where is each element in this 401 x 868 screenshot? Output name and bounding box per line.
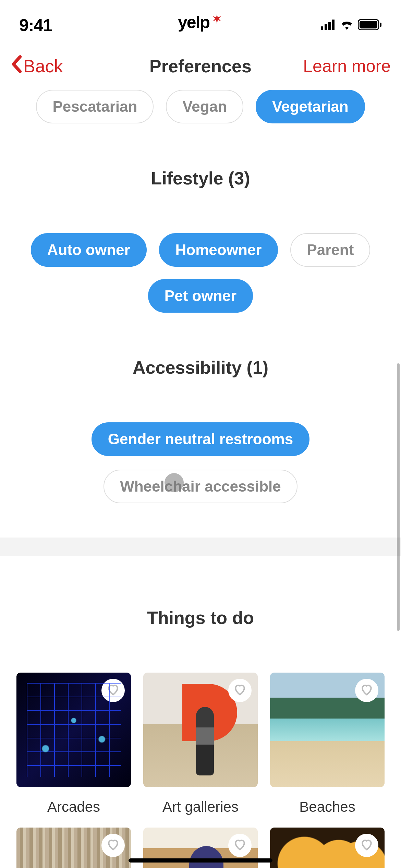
wifi-icon [340,20,354,31]
favorite-button[interactable] [228,679,252,702]
favorite-button[interactable] [228,834,252,857]
things-heading: Things to do [0,607,401,628]
things-grid: Arcades Art galleries Beaches [0,673,401,868]
accessibility-chip-row: Gender neutral restrooms Wheelchair acce… [0,422,401,503]
svg-rect-6 [380,23,381,27]
chip-gender-neutral-restrooms[interactable]: Gender neutral restrooms [92,422,309,456]
svg-rect-3 [332,20,335,30]
card-image [16,828,131,868]
accessibility-heading: Accessibility (1) [0,357,401,378]
status-icons [321,19,382,32]
section-divider [0,538,401,556]
heart-icon [360,683,373,698]
card-row2-1[interactable] [16,828,131,868]
status-bar: 9:41 yelp [0,0,401,41]
svg-rect-1 [325,24,327,30]
lifestyle-heading: Lifestyle (3) [0,168,401,189]
heart-icon [233,838,246,853]
home-indicator[interactable] [129,858,272,863]
app-logo: yelp [178,12,223,32]
card-label: Arcades [47,799,100,815]
card-beaches[interactable]: Beaches [270,673,385,815]
nav-bar: Back Preferences Learn more [0,41,401,88]
dietary-chip-row: Pescatarian Vegan Vegetarian [0,90,401,123]
battery-icon [358,19,382,32]
card-row2-3[interactable] [270,828,385,868]
scrollbar[interactable] [397,363,400,631]
svg-rect-0 [321,26,323,30]
favorite-button[interactable] [101,679,125,702]
chip-auto-owner[interactable]: Auto owner [31,233,147,267]
chip-wheelchair-accessible[interactable]: Wheelchair accessible [104,470,297,503]
lifestyle-chip-row: Auto owner Homeowner Parent Pet owner [0,233,401,313]
svg-rect-5 [360,21,377,28]
chip-pescatarian[interactable]: Pescatarian [36,90,154,123]
logo-text: yelp [178,12,209,32]
chip-vegetarian[interactable]: Vegetarian [256,90,365,123]
heart-icon [107,838,120,853]
back-label: Back [23,56,63,76]
svg-rect-2 [328,22,331,30]
learn-more-button[interactable]: Learn more [303,56,391,76]
card-image [16,673,131,787]
back-button[interactable]: Back [10,55,63,77]
favorite-button[interactable] [355,679,378,702]
chip-pet-owner[interactable]: Pet owner [148,279,253,313]
favorite-button[interactable] [355,834,378,857]
status-time: 9:41 [19,15,52,35]
chip-vegan[interactable]: Vegan [166,90,243,123]
card-image [270,673,385,787]
heart-icon [360,838,373,853]
card-image [270,828,385,868]
heart-icon [233,683,246,698]
yelp-burst-icon [211,13,223,27]
touch-indicator [165,473,184,492]
chip-homeowner[interactable]: Homeowner [159,233,278,267]
card-image [143,673,258,787]
card-label: Beaches [299,799,355,815]
card-label: Art galleries [162,799,239,815]
page-title: Preferences [149,56,252,76]
chevron-left-icon [10,55,23,77]
favorite-button[interactable] [101,834,125,857]
cellular-icon [321,20,336,31]
card-art-galleries[interactable]: Art galleries [143,673,258,815]
heart-icon [107,683,120,698]
chip-parent[interactable]: Parent [290,233,370,267]
card-arcades[interactable]: Arcades [16,673,131,815]
